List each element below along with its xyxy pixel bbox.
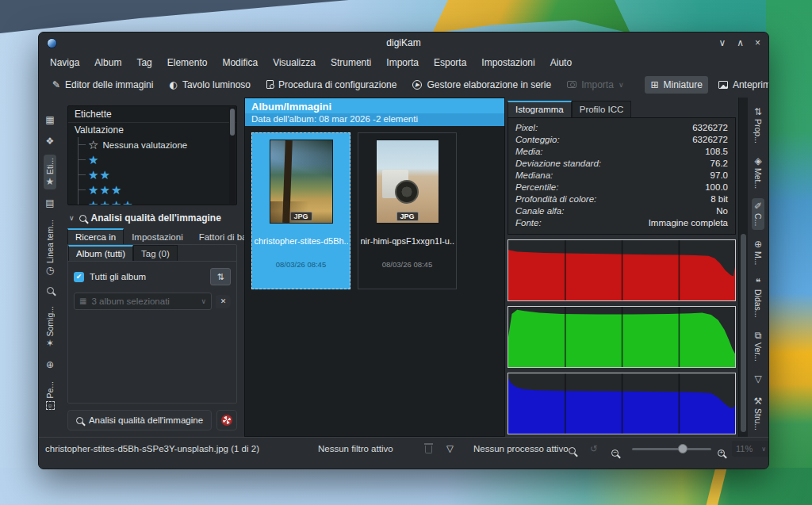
- thumbnail-grid: JPG christopher-stites-d5Bh... 08/03/26 …: [245, 126, 504, 296]
- clear-selection-button[interactable]: ✕: [216, 295, 231, 308]
- wallpaper-shape: [0, 0, 349, 33]
- labels-list[interactable]: Etichette Valutazione ☆ Nessuna valutazi…: [67, 105, 237, 205]
- quality-analysis-header[interactable]: ∨ Analisi qualità dell'immagine: [69, 212, 236, 224]
- thumbnails-view-button[interactable]: ⊞ Miniature: [645, 76, 707, 94]
- sidebar-tab-mappa[interactable]: ⊕: [44, 357, 56, 373]
- menu-elemento[interactable]: Elemento: [167, 57, 208, 68]
- sort-albums-button[interactable]: ⇅: [210, 268, 231, 285]
- globe-icon: ⊕: [754, 239, 762, 249]
- tab-profilo-icc[interactable]: Profilo ICC: [572, 101, 632, 117]
- image-editor-button[interactable]: ✎ Editor delle immagini: [47, 76, 159, 94]
- menu-naviga[interactable]: Naviga: [50, 57, 79, 68]
- menu-visualizza[interactable]: Visualizza: [273, 57, 316, 68]
- labels-header[interactable]: Etichette: [68, 106, 236, 123]
- album-banner-subtitle: Data dell'album: 08 mar 2026 -2 elementi: [245, 113, 504, 126]
- zoom-slider[interactable]: [632, 448, 711, 450]
- menu-modifica[interactable]: Modifica: [222, 57, 258, 68]
- magnifier-icon: [47, 287, 54, 294]
- sidebar-tab-mappa[interactable]: ⊕ M...: [752, 236, 764, 269]
- rating-row-none[interactable]: ☆ Nessuna valutazione: [79, 137, 236, 152]
- import-button[interactable]: Importa ∨: [561, 76, 629, 94]
- zoom-slider-handle[interactable]: [678, 444, 688, 453]
- zoom-in-icon[interactable]: +: [718, 446, 725, 457]
- statusbar: christopher-stites-d5Bh-sSPe3Y-unsplash.…: [39, 437, 768, 469]
- close-button[interactable]: ×: [755, 37, 760, 48]
- camera-icon: [567, 81, 576, 88]
- comment-icon: ❝: [756, 277, 760, 287]
- right-panel-scrollbar[interactable]: [738, 98, 748, 437]
- menu-album[interactable]: Album: [94, 57, 121, 68]
- sidebar-tab-album[interactable]: ▦: [44, 112, 56, 128]
- rating-row-1[interactable]: ★: [79, 152, 236, 167]
- sidebar-tab-tag[interactable]: ❖: [44, 133, 56, 149]
- maximize-button[interactable]: ∧: [737, 37, 744, 48]
- titlebar[interactable]: digiKam ∨ ∧ ×: [39, 33, 768, 53]
- light-table-button[interactable]: ◐ Tavolo luminoso: [163, 76, 256, 94]
- format-badge: JPG: [289, 212, 312, 221]
- sidebar-tab-date[interactable]: ▤: [44, 195, 56, 211]
- rating-row-4[interactable]: ★★★★: [79, 197, 236, 205]
- album-banner-title: Album/Immagini: [245, 98, 504, 113]
- menu-strumenti[interactable]: Strumenti: [331, 57, 371, 68]
- zoom-out-icon[interactable]: −: [611, 446, 619, 457]
- sidebar-tab-somiglianza[interactable]: Somig... ✶: [44, 303, 56, 352]
- lifebuoy-icon: [221, 415, 232, 426]
- sidebar-tab-ricerca[interactable]: [45, 284, 56, 297]
- tab-istogramma[interactable]: Istogramma: [508, 101, 572, 117]
- quality-search-frame: Album (tutti) Tag (0) ✔ Tutti gli album …: [67, 244, 237, 404]
- sidebar-tab-versioni[interactable]: ⧉ Ver...: [752, 327, 764, 365]
- sidebar-tab-didascalie[interactable]: ❝ Didas...: [752, 274, 764, 321]
- zoom-fit-icon[interactable]: [569, 446, 576, 456]
- minimize-button[interactable]: ∨: [718, 37, 726, 48]
- file-date: 08/03/26 08:45: [276, 260, 326, 269]
- versions-icon: ⧉: [755, 331, 762, 340]
- menu-tag[interactable]: Tag: [136, 57, 151, 68]
- statusbar-filter-status: Nessun filtro attivo: [318, 444, 393, 453]
- labels-scrollbar[interactable]: [229, 107, 236, 204]
- sidebar-tab-filtri[interactable]: ▽: [753, 371, 763, 387]
- menu-esporta[interactable]: Esporta: [434, 57, 466, 68]
- batch-queue-button[interactable]: ▶ Gestore elaborazione in serie: [407, 76, 557, 94]
- thumbnail-item[interactable]: JPG nir-himi-qpsF1xxgn1I-u... 08/03/26 0…: [358, 132, 457, 289]
- scrollbar-handle[interactable]: [741, 234, 746, 432]
- menu-impostazioni[interactable]: Impostazioni: [481, 57, 534, 68]
- thumbnail-item-selected[interactable]: JPG christopher-stites-d5Bh... 08/03/26 …: [251, 132, 350, 289]
- sidebar-tab-strumenti[interactable]: ⚒ Stru...: [752, 393, 764, 434]
- scrollbar-handle[interactable]: [230, 109, 235, 136]
- photo-thumbnail[interactable]: JPG: [270, 140, 333, 224]
- file-date: 08/03/26 08:45: [382, 260, 432, 269]
- menu-importa[interactable]: Importa: [386, 57, 419, 68]
- sidebar-tab-colori[interactable]: ✐ C...: [752, 198, 764, 229]
- tab-impostazioni[interactable]: Impostazioni: [124, 228, 191, 245]
- zoom-level-dropdown[interactable]: 11% ∨: [732, 441, 769, 457]
- tag-icon: ❖: [46, 136, 55, 146]
- sidebar-tab-metadati[interactable]: ◈ Met...: [752, 153, 764, 192]
- subtab-tag[interactable]: Tag (0): [133, 245, 178, 262]
- grid-icon: ⊞: [650, 80, 658, 90]
- setup-wizard-button[interactable]: Procedura di configurazione: [261, 76, 402, 94]
- help-button[interactable]: [216, 410, 237, 430]
- preview-view-button[interactable]: Anteprima: [713, 76, 769, 94]
- sidebar-tab-linea-temporale[interactable]: Linea tem... ◷: [44, 216, 56, 278]
- half-circle-icon: ◐: [169, 80, 177, 90]
- trash-icon[interactable]: [425, 446, 432, 455]
- rating-section-label[interactable]: Valutazione: [68, 123, 236, 137]
- subtab-album-tutti[interactable]: Album (tutti): [68, 245, 133, 262]
- tab-ricerca-in[interactable]: Ricerca in: [67, 228, 124, 245]
- menu-aiuto[interactable]: Aiuto: [550, 57, 572, 68]
- all-albums-checkbox[interactable]: ✔: [74, 272, 84, 282]
- rotate-icon[interactable]: ↺: [590, 443, 598, 454]
- run-quality-analysis-button[interactable]: Analisi qualità dell'immagine: [67, 410, 212, 430]
- magnifier-icon: [79, 215, 86, 222]
- sidebar-tab-proprieta[interactable]: ⇅ Prop...: [752, 104, 764, 147]
- filter-funnel-icon[interactable]: ▽: [446, 443, 454, 454]
- albums-dropdown[interactable]: ▦ 3 album selezionati ∨: [74, 293, 212, 310]
- photo-thumbnail[interactable]: JPG: [376, 140, 439, 224]
- image-icon: ▦: [79, 296, 86, 306]
- sidebar-tab-persone[interactable]: Pe... ☺: [44, 378, 56, 413]
- rating-row-2[interactable]: ★★: [79, 167, 236, 182]
- rating-row-3[interactable]: ★★★: [79, 182, 236, 197]
- sidebar-tab-etichette[interactable]: Eti... ★: [44, 155, 56, 189]
- wallpaper-hexagon: [432, 0, 630, 33]
- funnel-icon: ▽: [754, 374, 761, 384]
